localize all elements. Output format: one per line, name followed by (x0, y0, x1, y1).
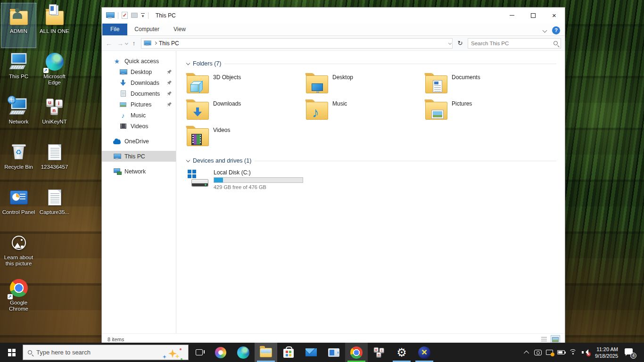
sidebar-item-pictures[interactable]: Pictures (102, 99, 176, 110)
start-button[interactable] (0, 343, 23, 362)
desktop-icon-recycle-bin[interactable]: ♻ Recycle Bin (1, 139, 36, 184)
task-view-button[interactable] (189, 343, 209, 362)
file-explorer-window: ▾ This PC × File Computer View ? ← → ↑ T… (101, 7, 565, 346)
tab-computer[interactable]: Computer (127, 24, 166, 35)
sidebar-item-music[interactable]: ♪ Music (102, 110, 176, 121)
title-bar[interactable]: ▾ This PC × (102, 8, 565, 23)
desktop-icon-label: ADMIN (10, 28, 27, 34)
desktop-icon-label: Recycle Bin (4, 164, 33, 170)
sidebar-item-downloads[interactable]: Downloads (102, 77, 176, 88)
sidebar-item-network[interactable]: Network (102, 166, 176, 177)
desktop-icon-microsoft-edge[interactable]: ↗ Microsoft Edge (37, 48, 72, 93)
taskbar-app-edge[interactable] (232, 343, 255, 362)
this-pc-window-icon[interactable] (106, 12, 115, 19)
folder-tile-downloads[interactable]: Downloads (187, 98, 306, 124)
system-tray: × 11:20 AM 9/18/2025 4 (525, 343, 644, 362)
close-button[interactable]: × (544, 8, 565, 23)
taskbar-app-window[interactable] (322, 343, 345, 362)
new-folder-icon[interactable] (131, 13, 138, 18)
sidebar-item-quick-access[interactable]: ★ Quick access (102, 56, 176, 66)
taskbar-app-file-explorer[interactable] (255, 343, 277, 362)
address-dropdown-icon[interactable] (448, 41, 452, 45)
notification-badge: 4 (630, 353, 636, 359)
recent-locations-dropdown-icon[interactable] (125, 41, 128, 45)
folder-tile-3d-objects[interactable]: 3D Objects (187, 72, 306, 98)
collapse-chevron-icon[interactable] (186, 158, 190, 162)
monitor-icon (312, 83, 323, 91)
tray-chevron-up-icon[interactable] (524, 350, 529, 355)
collapse-chevron-icon[interactable] (186, 61, 190, 65)
search-icon[interactable] (553, 41, 558, 45)
folder-icon (425, 102, 447, 120)
network-computer-icon (8, 97, 29, 117)
action-center-button[interactable]: 4 (623, 347, 636, 358)
group-header-folders[interactable]: Folders (7) (187, 60, 560, 67)
wifi-icon[interactable] (569, 349, 578, 355)
drive-tile-local-disk-c[interactable]: Local Disk (C:) 429 GB free of 476 GB (187, 169, 560, 190)
desktop-icon-label: ALL IN ONE (40, 28, 69, 34)
window-title: This PC (156, 12, 176, 19)
desktop-icon-google-chrome[interactable]: ↗ Google Chrome (1, 274, 36, 320)
taskbar-search-box[interactable] (23, 345, 189, 360)
breadcrumb[interactable]: This PC (159, 40, 179, 47)
battery-icon[interactable] (557, 350, 565, 354)
group-header-devices[interactable]: Devices and drives (1) (187, 157, 560, 164)
back-button[interactable]: ← (105, 40, 113, 47)
taskbar-app-mail[interactable] (300, 343, 322, 362)
folder-tile-pictures[interactable]: Pictures (425, 98, 545, 124)
taskbar-app-settings[interactable]: ⚙ (390, 343, 413, 362)
sidebar-item-videos[interactable]: Videos (102, 121, 176, 132)
desktop-icon-capture35[interactable]: Capture35... (37, 184, 72, 229)
film-icon (191, 134, 202, 145)
expand-ribbon-icon[interactable] (543, 28, 547, 33)
display-status-icon[interactable] (546, 350, 553, 355)
sidebar-item-documents[interactable]: Documents (102, 88, 176, 99)
tab-view[interactable]: View (166, 24, 193, 35)
folders-grid: 3D Objects Desktop Documents Downloads ♪… (187, 72, 560, 151)
folder-tile-desktop[interactable]: Desktop (306, 72, 425, 98)
folder-tile-music[interactable]: ♪ Music (306, 98, 425, 124)
folder-tile-documents[interactable]: Documents (425, 72, 545, 98)
desktop-icon-this-pc[interactable]: This PC (1, 48, 36, 93)
taskbar-app-chrome[interactable] (345, 343, 368, 362)
properties-icon[interactable] (122, 12, 128, 19)
volume-muted-icon[interactable]: × (582, 349, 590, 355)
disk-usage-fill (214, 178, 223, 182)
desktop-icon-admin[interactable]: ADMIN (1, 3, 36, 48)
up-button[interactable]: ↑ (130, 40, 138, 47)
copilot-icon (215, 347, 226, 358)
microsoft-store-icon (283, 349, 294, 358)
forward-button[interactable]: → (116, 40, 124, 47)
desktop-icon-control-panel[interactable]: Control Panel (1, 184, 36, 229)
taskbar-clock[interactable]: 11:20 AM 9/18/2025 (594, 346, 619, 359)
desktop-icon-unikeynt[interactable]: uin UniKeyNT (37, 93, 72, 139)
desktop-icon-learn-picture[interactable]: Learn about this picture (1, 229, 36, 274)
breadcrumb-chevron-icon[interactable] (154, 41, 157, 45)
sidebar-item-desktop[interactable]: Desktop (102, 66, 176, 77)
shortcut-arrow-icon: ↗ (8, 294, 13, 299)
taskbar-app-x[interactable] (413, 343, 436, 362)
desktop-icon-label: Learn about this picture (1, 255, 36, 267)
address-bar[interactable]: This PC (141, 38, 453, 49)
tab-file[interactable]: File (102, 24, 127, 35)
search-input[interactable] (471, 41, 553, 46)
search-box[interactable] (468, 38, 561, 49)
taskbar-app-copilot[interactable] (209, 343, 232, 362)
mail-icon (305, 348, 317, 356)
maximize-button[interactable] (522, 8, 544, 23)
sidebar-item-onedrive[interactable]: OneDrive (102, 136, 176, 147)
taskbar-app-store[interactable] (277, 343, 300, 362)
customize-toolbar-dropdown-icon[interactable]: ▾ (141, 13, 145, 18)
desktop-icon-network[interactable]: Network (1, 93, 36, 139)
meet-now-icon[interactable] (534, 350, 542, 355)
desktop-icon-123436457[interactable]: 123436457 (37, 139, 72, 184)
sidebar-item-this-pc[interactable]: This PC (102, 151, 176, 162)
minimize-button[interactable] (501, 8, 522, 23)
folder-icon (187, 102, 209, 120)
taskbar-app-unikey[interactable]: uin (368, 343, 390, 362)
file-list-area: Folders (7) 3D Objects Desktop Documents (176, 51, 565, 333)
desktop-icon-all-in-one[interactable]: ALL IN ONE (37, 3, 72, 48)
folder-tile-videos[interactable]: Videos (187, 124, 306, 151)
refresh-icon[interactable]: ↻ (455, 40, 465, 47)
help-icon[interactable]: ? (552, 26, 560, 34)
